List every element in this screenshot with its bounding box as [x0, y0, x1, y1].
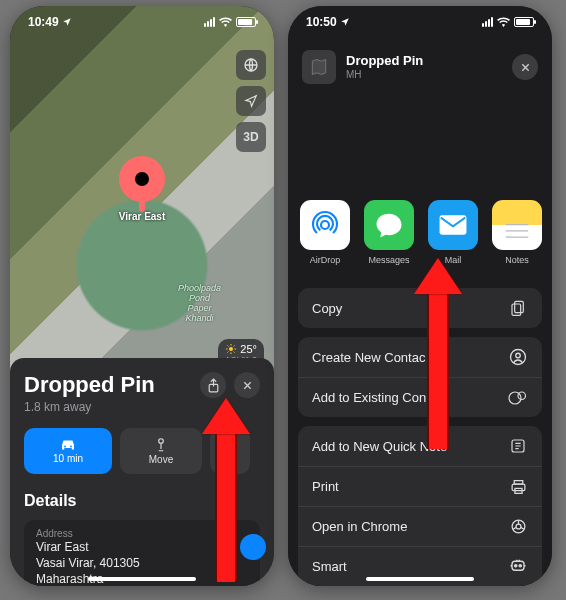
svg-point-9	[321, 221, 329, 229]
phone-maps-detail: 10:49 3D Virar East PhoolpadaPondPaperKh…	[10, 6, 274, 586]
svg-rect-26	[512, 561, 524, 570]
location-arrow-icon	[340, 17, 350, 27]
location-arrow-icon	[62, 17, 72, 27]
globe-icon	[243, 57, 259, 73]
close-icon	[520, 62, 531, 73]
messages-icon	[374, 211, 404, 239]
share-title: Dropped Pin	[346, 54, 423, 68]
svg-rect-10	[440, 215, 467, 235]
dropped-pin[interactable]	[119, 156, 165, 202]
share-app-airdrop[interactable]: AirDrop	[300, 200, 350, 265]
move-pin-button[interactable]: Move	[120, 428, 202, 474]
status-bar: 10:50	[288, 6, 552, 38]
smart-icon	[509, 559, 527, 574]
action-open-chrome[interactable]: Open in Chrome	[298, 506, 542, 546]
action-create-contact[interactable]: Create New Contac	[298, 337, 542, 377]
svg-point-1	[229, 347, 233, 351]
move-label: Move	[149, 454, 173, 465]
share-subtitle: MH	[346, 69, 423, 80]
location-arrow-icon	[244, 94, 258, 108]
action-print[interactable]: Print	[298, 466, 542, 506]
svg-point-19	[518, 392, 526, 400]
more-button[interactable]	[210, 428, 250, 474]
svg-point-5	[159, 439, 164, 444]
svg-point-3	[64, 446, 66, 448]
action-quick-note[interactable]: Add to New Quick Note	[298, 426, 542, 466]
share-app-strip[interactable]: AirDrop Messages Mail Notes Re	[288, 200, 552, 265]
directions-button[interactable]: 10 min	[24, 428, 112, 474]
action-copy[interactable]: Copy	[298, 288, 542, 328]
directions-label: 10 min	[53, 453, 83, 464]
phone-share-sheet: 10:50 Dropped Pin MH AirDrop	[288, 6, 552, 586]
svg-rect-22	[512, 484, 525, 490]
status-time: 10:50	[306, 15, 337, 29]
share-action-list: Copy Create New Contac Add to Existing C…	[298, 288, 542, 586]
share-button[interactable]	[200, 372, 226, 398]
close-button[interactable]	[234, 372, 260, 398]
home-indicator[interactable]	[366, 577, 474, 581]
copy-icon	[510, 299, 526, 317]
notes-icon	[502, 222, 532, 242]
signal-icon	[482, 17, 493, 27]
share-app-notes[interactable]: Notes	[492, 200, 542, 265]
share-icon	[207, 378, 220, 393]
action-add-existing-contact[interactable]: Add to Existing Con	[298, 377, 542, 417]
svg-point-16	[511, 350, 526, 365]
svg-point-27	[515, 565, 517, 567]
svg-point-17	[516, 353, 521, 358]
wifi-icon	[219, 17, 232, 27]
wifi-icon	[497, 17, 510, 27]
quicknote-icon	[510, 438, 526, 454]
share-app-mail[interactable]: Mail	[428, 200, 478, 265]
address-label: Address	[36, 528, 248, 539]
close-icon	[242, 380, 253, 391]
place-title: Dropped Pin	[24, 372, 155, 398]
svg-point-6	[223, 450, 226, 453]
battery-icon	[514, 17, 534, 27]
sun-icon	[225, 343, 237, 355]
status-time: 10:49	[28, 15, 59, 29]
print-icon	[510, 479, 527, 495]
share-app-messages[interactable]: Messages	[364, 200, 414, 265]
place-distance: 1.8 km away	[24, 400, 155, 414]
action-row: 10 min Move	[24, 428, 260, 474]
map-3d-button[interactable]: 3D	[236, 122, 266, 152]
map-poi-label: PhoolpadaPondPaperKhandi	[178, 284, 221, 324]
signal-icon	[204, 17, 215, 27]
map-thumbnail-icon	[309, 57, 329, 77]
airdrop-icon	[309, 209, 341, 241]
svg-point-7	[229, 450, 232, 453]
place-card: Dropped Pin 1.8 km away 10 min Move	[10, 358, 274, 586]
details-heading: Details	[24, 492, 260, 510]
status-bar: 10:49	[10, 6, 274, 38]
share-sheet-header: Dropped Pin MH	[288, 50, 552, 84]
close-button[interactable]	[512, 54, 538, 80]
contact-existing-icon	[508, 389, 528, 407]
svg-rect-14	[515, 301, 524, 312]
svg-point-25	[516, 524, 521, 529]
pin-move-icon	[154, 437, 168, 453]
share-thumbnail	[302, 50, 336, 84]
svg-rect-15	[512, 304, 521, 315]
map-settings-button[interactable]	[236, 50, 266, 80]
mail-icon	[438, 214, 468, 236]
home-indicator[interactable]	[88, 577, 196, 581]
chrome-icon	[510, 518, 527, 535]
pin-label: Virar East	[119, 211, 166, 222]
svg-point-28	[519, 565, 521, 567]
contact-add-icon	[509, 348, 527, 366]
svg-point-4	[70, 446, 72, 448]
car-icon	[59, 438, 77, 452]
temperature: 25°	[240, 343, 257, 355]
battery-icon	[236, 17, 256, 27]
ellipsis-icon	[222, 449, 238, 453]
svg-point-8	[234, 450, 237, 453]
map-locate-button[interactable]	[236, 86, 266, 116]
address-go-button[interactable]	[240, 534, 266, 560]
